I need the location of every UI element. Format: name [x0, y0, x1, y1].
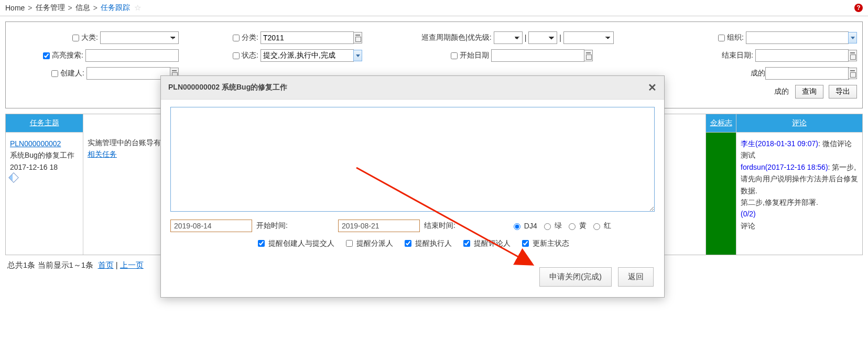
startdate-checkbox[interactable]: [451, 52, 458, 59]
startdate-input[interactable]: [491, 49, 584, 62]
comment-author[interactable]: 李生(2018-01-31 09:07): [741, 139, 818, 148]
subcategory-checkbox[interactable]: [233, 35, 240, 41]
col-header-flag[interactable]: 佥标志: [706, 114, 736, 133]
org-dropdown-icon[interactable]: [848, 32, 857, 43]
comment-count[interactable]: (0/2): [741, 210, 756, 218]
sep-pipe: |: [525, 34, 527, 42]
pager-first[interactable]: 首页: [98, 260, 114, 269]
subcategory-label: 分类:: [242, 33, 258, 42]
category-label: 大类:: [81, 33, 98, 42]
dialog-title-text: PLN000000002 系统Bug的修复工作: [168, 83, 287, 92]
priority-label: 巡查周期颜色|优先级:: [421, 33, 492, 42]
pager-prev[interactable]: 上一页: [120, 260, 144, 269]
chk-notify-comment[interactable]: 提醒评论人: [461, 238, 511, 248]
sep-pipe: |: [559, 34, 561, 42]
start-date-input[interactable]: [170, 220, 252, 232]
row3-picker-icon[interactable]: [848, 68, 857, 79]
enddate-input[interactable]: [755, 49, 849, 62]
status-label: 状态:: [242, 51, 258, 60]
breadcrumb-sep: >: [93, 4, 97, 12]
startdate-picker-icon[interactable]: [584, 50, 593, 61]
col-header-subject[interactable]: 任务主题: [6, 114, 83, 133]
category-checkbox[interactable]: [72, 35, 79, 41]
highlight-label: 高亮搜索:: [52, 51, 83, 60]
highlight-checkbox[interactable]: [43, 52, 50, 59]
breadcrumb-l1[interactable]: 任务管理: [36, 3, 65, 13]
highlight-input[interactable]: [85, 49, 179, 62]
export-button[interactable]: 导出: [829, 85, 857, 99]
radio-red[interactable]: 红: [591, 221, 611, 231]
category-select[interactable]: [100, 31, 179, 44]
priority-select-3[interactable]: [563, 31, 614, 44]
dialog-close-icon[interactable]: ✕: [648, 81, 657, 94]
end-date-label: 结束时间:: [424, 221, 455, 231]
help-icon[interactable]: ?: [854, 4, 863, 12]
radio-dj4[interactable]: DJ4: [511, 222, 537, 230]
back-button[interactable]: 返回: [618, 267, 654, 275]
org-input[interactable]: [746, 31, 849, 44]
end-date-input[interactable]: [338, 220, 420, 232]
startdate-label: 开始日期: [460, 51, 489, 60]
enddate-picker-icon[interactable]: [848, 50, 857, 61]
comment-action[interactable]: 评论: [741, 220, 858, 232]
status-checkbox[interactable]: [233, 52, 240, 59]
edit-icon[interactable]: [8, 172, 19, 183]
status-flag-green: [706, 133, 736, 255]
creator-label: 创建人:: [60, 69, 84, 78]
creator-input[interactable]: [86, 67, 170, 80]
breadcrumb: Home > 任务管理 > 信息 > 任务跟踪 ☆ ?: [0, 0, 868, 16]
start-date-label: 开始时间:: [256, 221, 288, 231]
task-title: 系统Bug的修复工作: [10, 149, 79, 161]
breadcrumb-l2[interactable]: 信息: [75, 3, 90, 13]
status-dropdown-icon[interactable]: [353, 50, 362, 61]
apply-close-button[interactable]: 申请关闭(完成): [539, 267, 612, 275]
chk-notify-creator[interactable]: 提醒创建人与提交人: [256, 238, 334, 248]
row3-extra-input[interactable]: [765, 67, 849, 80]
row4-tail-label: 成的: [774, 87, 789, 96]
dialog-textarea[interactable]: [170, 107, 655, 212]
related-task-link[interactable]: 相关任务: [88, 150, 117, 158]
radio-green[interactable]: 绿: [541, 221, 562, 231]
task-date: 2017-12-16 18: [10, 161, 79, 173]
chk-update-status[interactable]: 更新主状态: [520, 238, 569, 248]
org-label: 组织:: [727, 33, 744, 42]
creator-checkbox[interactable]: [51, 70, 58, 77]
col-header-comment[interactable]: 评论: [736, 114, 862, 133]
priority-select-1[interactable]: [494, 31, 523, 44]
comment-text: 第二步,修复程序并部署.: [741, 196, 858, 208]
row3-tail-label: 成的: [751, 69, 765, 78]
subcategory-picker-icon[interactable]: [353, 32, 362, 43]
dialog: PLN000000002 系统Bug的修复工作 ✕ 开始时间: 结束时间: DJ…: [160, 75, 665, 275]
cell-comment: 李生(2018-01-31 09:07): 微信评论测试 fordsun(201…: [736, 133, 862, 255]
pager-summary: 总共1条 当前显示1～1条: [7, 260, 93, 269]
chk-notify-assign[interactable]: 提醒分派人: [344, 238, 393, 248]
status-input[interactable]: [261, 49, 354, 62]
dialog-titlebar[interactable]: PLN000000002 系统Bug的修复工作 ✕: [161, 76, 664, 100]
cell-subject: PLN000000002 系统Bug的修复工作 2017-12-16 18: [6, 133, 83, 255]
subcategory-input[interactable]: [261, 31, 354, 44]
task-id-link[interactable]: PLN000000002: [10, 139, 61, 148]
breadcrumb-current: 任务跟踪: [101, 3, 130, 13]
org-checkbox[interactable]: [718, 35, 725, 41]
breadcrumb-sep: >: [28, 4, 32, 12]
query-button[interactable]: 查询: [795, 85, 823, 99]
favorite-star-icon[interactable]: ☆: [134, 3, 141, 13]
breadcrumb-home[interactable]: Home: [5, 4, 25, 12]
comment-author[interactable]: fordsun(2017-12-16 18:56): [741, 163, 828, 171]
cell-flag: [706, 133, 736, 255]
breadcrumb-sep: >: [68, 4, 72, 12]
priority-select-2[interactable]: [528, 31, 557, 44]
chk-notify-exec[interactable]: 提醒执行人: [403, 238, 452, 248]
enddate-label: 结束日期:: [722, 51, 753, 60]
radio-yellow[interactable]: 黄: [566, 221, 587, 231]
